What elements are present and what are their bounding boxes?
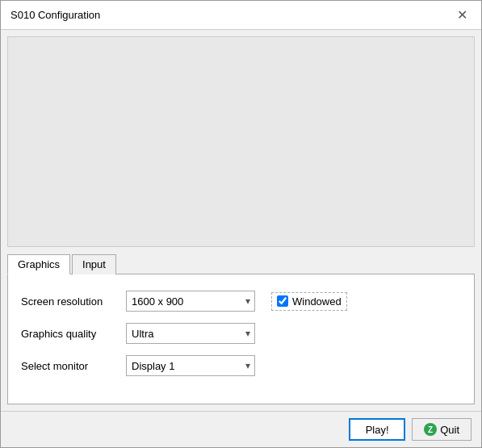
dialog-window: S010 Configuration ✕ Graphics Input Scre… [0,0,482,448]
tab-content-graphics: Screen resolution 800 x 600 1024 x 768 1… [7,274,475,404]
select-monitor-select[interactable]: Display 1 Display 2 [126,355,255,376]
tab-strip: Graphics Input [7,253,475,274]
tab-input[interactable]: Input [72,254,116,274]
screen-resolution-select-wrapper: 800 x 600 1024 x 768 1280 x 720 1600 x 9… [126,291,255,312]
play-button[interactable]: Play! [349,418,405,441]
quit-icon: Z [424,423,437,436]
quit-label: Quit [440,424,459,436]
select-monitor-label: Select monitor [21,360,126,372]
screen-resolution-label: Screen resolution [21,295,126,308]
windowed-label[interactable]: Windowed [271,292,347,311]
bottom-bar: Play! Z Quit [1,411,481,447]
tabs-container: Graphics Input Screen resolution 800 x 6… [7,247,475,404]
close-button[interactable]: ✕ [452,6,472,25]
dialog-title: S010 Configuration [10,9,100,21]
title-bar: S010 Configuration ✕ [1,1,481,30]
windowed-area: Windowed [271,292,347,311]
tab-graphics[interactable]: Graphics [7,254,70,274]
windowed-checkbox[interactable] [277,295,288,307]
graphics-quality-row: Graphics quality Low Medium High Ultra [21,323,461,344]
quit-button[interactable]: Z Quit [412,418,472,441]
screen-resolution-select[interactable]: 800 x 600 1024 x 768 1280 x 720 1600 x 9… [126,291,255,312]
graphics-quality-select[interactable]: Low Medium High Ultra [126,323,255,344]
select-monitor-select-wrapper: Display 1 Display 2 [126,355,255,376]
graphics-quality-label: Graphics quality [21,328,126,340]
select-monitor-row: Select monitor Display 1 Display 2 [21,355,461,376]
windowed-text: Windowed [292,295,342,308]
preview-area [7,36,475,247]
screen-resolution-row: Screen resolution 800 x 600 1024 x 768 1… [21,291,461,312]
graphics-quality-select-wrapper: Low Medium High Ultra [126,323,255,344]
